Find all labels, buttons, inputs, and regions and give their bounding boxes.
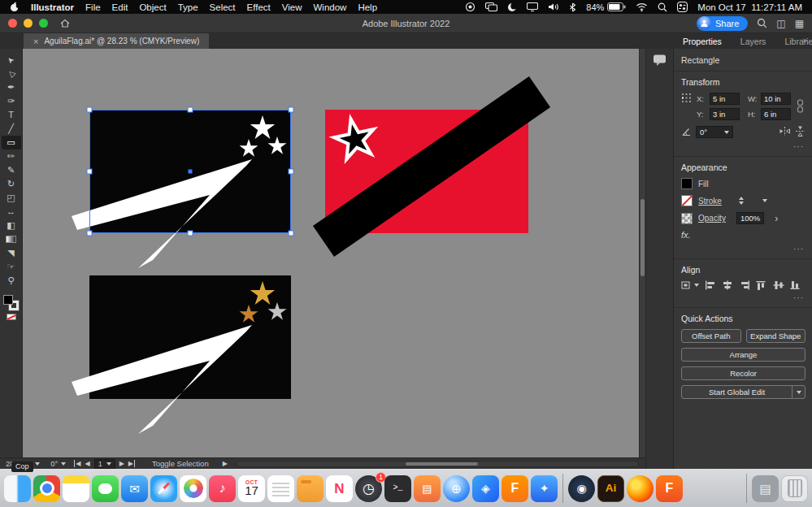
- flip-horizontal-icon[interactable]: [779, 126, 791, 138]
- pencil-tool[interactable]: ✎: [2, 163, 21, 177]
- arrange-documents-icon[interactable]: ◫: [776, 19, 785, 28]
- screen-record-icon[interactable]: [465, 2, 475, 12]
- fill-indicator[interactable]: [3, 295, 13, 305]
- none-swatch-icon[interactable]: [7, 314, 16, 320]
- battery-indicator[interactable]: 84%: [586, 2, 626, 12]
- fill-label[interactable]: Fill: [698, 180, 709, 188]
- dock-app-f[interactable]: F: [502, 475, 528, 502]
- menu-select[interactable]: Select: [210, 2, 236, 12]
- constrain-proportions-icon[interactable]: [796, 99, 805, 115]
- menu-type[interactable]: Type: [178, 2, 198, 12]
- h-input[interactable]: [761, 108, 791, 120]
- align-top-icon[interactable]: [756, 280, 767, 290]
- last-artboard-icon[interactable]: ▶: [128, 460, 135, 467]
- status-play-icon[interactable]: ▶: [223, 460, 228, 467]
- transform-more-options[interactable]: ···: [681, 143, 804, 151]
- align-middle-vertical-icon[interactable]: [773, 280, 784, 290]
- panel-collapse-icon[interactable]: »: [802, 35, 807, 45]
- start-global-edit-dropdown-icon[interactable]: [792, 386, 805, 398]
- stroke-weight-stepper[interactable]: [739, 197, 744, 205]
- align-center-horizontal-icon[interactable]: [722, 280, 733, 290]
- line-segment-tool[interactable]: ╱: [2, 122, 21, 136]
- gradient-tool[interactable]: [2, 232, 21, 246]
- menu-window[interactable]: Window: [313, 2, 346, 12]
- avatar[interactable]: [697, 16, 711, 30]
- dock-notes[interactable]: [63, 475, 89, 502]
- opacity-label[interactable]: Opacity: [698, 214, 726, 223]
- rotate-tool[interactable]: ↻: [2, 177, 21, 191]
- vertical-scrollbar[interactable]: [639, 49, 645, 457]
- dock-app-blue[interactable]: ✦: [531, 475, 558, 502]
- rotation-select-status[interactable]: 0°: [48, 459, 68, 468]
- appearance-more-options[interactable]: ···: [681, 245, 804, 254]
- document-tab[interactable]: × AguilaFlag.ai* @ 28.23 % (CMYK/Preview…: [24, 33, 209, 49]
- opacity-options-icon[interactable]: ›: [775, 213, 778, 224]
- align-left-icon[interactable]: [705, 280, 716, 290]
- fill-stroke-indicator[interactable]: [3, 295, 19, 310]
- dock-mail[interactable]: ✉: [121, 475, 148, 502]
- horizontal-scrollbar-thumb[interactable]: [406, 462, 478, 466]
- opacity-value[interactable]: 100%: [736, 212, 764, 224]
- dock-finder[interactable]: [4, 475, 31, 502]
- shape-builder-tool[interactable]: ◧: [2, 219, 21, 232]
- spotlight-search-icon[interactable]: [658, 2, 667, 12]
- w-input[interactable]: [761, 93, 791, 105]
- comments-panel-icon[interactable]: [653, 54, 667, 469]
- curvature-tool[interactable]: ✑: [2, 94, 21, 108]
- dock-terminal[interactable]: >_: [384, 475, 411, 502]
- dock-firefox[interactable]: [627, 475, 654, 502]
- dock-globe[interactable]: ⊕: [443, 475, 470, 502]
- dock-news[interactable]: N: [326, 475, 353, 502]
- dock-chrome[interactable]: [33, 475, 60, 502]
- fill-swatch[interactable]: [681, 178, 693, 189]
- artboard-navigation-select[interactable]: 1: [94, 459, 115, 469]
- paintbrush-tool[interactable]: ✏: [2, 150, 21, 163]
- scale-tool[interactable]: ◰: [2, 191, 21, 205]
- canvas[interactable]: [23, 49, 639, 457]
- app-search-icon[interactable]: [757, 18, 767, 28]
- arrange-button[interactable]: Arrange: [681, 348, 805, 362]
- recolor-button[interactable]: Recolor: [681, 366, 805, 380]
- display-mirror-icon[interactable]: [485, 2, 497, 11]
- window-close-button[interactable]: [8, 19, 17, 28]
- bluetooth-icon[interactable]: [569, 2, 576, 12]
- menubar-app-name[interactable]: Illustrator: [31, 2, 74, 12]
- share-button[interactable]: Share: [697, 16, 748, 31]
- dock-reminders[interactable]: [267, 475, 294, 502]
- expand-shape-button[interactable]: Expand Shape: [746, 329, 806, 343]
- dock-clock[interactable]: ◷ 1: [355, 475, 382, 502]
- y-input[interactable]: [710, 108, 740, 120]
- wifi-icon[interactable]: [636, 2, 648, 11]
- tab-libraries[interactable]: Libraries: [781, 35, 812, 48]
- start-global-edit-button[interactable]: Start Global Edit: [681, 385, 805, 399]
- dock-safari[interactable]: [150, 475, 177, 502]
- dock-trash[interactable]: [781, 475, 808, 502]
- vertical-scrollbar-thumb[interactable]: [640, 199, 645, 276]
- tab-layers[interactable]: Layers: [737, 35, 770, 48]
- menubar-clock[interactable]: Mon Oct 17 11:27:11 AM: [697, 2, 802, 12]
- menu-file[interactable]: File: [85, 2, 101, 12]
- reference-point-icon[interactable]: [681, 93, 692, 105]
- pen-tool[interactable]: ✒: [2, 80, 21, 94]
- previous-artboard-icon[interactable]: ◀: [85, 460, 89, 467]
- dock-stacks[interactable]: ▤: [752, 475, 779, 502]
- dock-books[interactable]: ▤: [414, 475, 441, 502]
- align-right-icon[interactable]: [739, 280, 750, 290]
- dock-photos[interactable]: [180, 475, 206, 502]
- window-minimize-button[interactable]: [24, 19, 33, 28]
- tab-close-icon[interactable]: ×: [33, 37, 38, 46]
- window-zoom-button[interactable]: [39, 19, 48, 28]
- dock-illustrator[interactable]: Ai: [597, 475, 624, 502]
- hand-tool[interactable]: ☞: [2, 260, 21, 274]
- width-tool[interactable]: ↔: [2, 205, 21, 219]
- focus-moon-icon[interactable]: [507, 2, 517, 12]
- dock-steam[interactable]: ◉: [568, 475, 595, 502]
- menu-help[interactable]: Help: [358, 2, 377, 12]
- direct-selection-tool[interactable]: ▷: [2, 67, 21, 80]
- dock-folder[interactable]: [297, 475, 323, 502]
- first-artboard-icon[interactable]: ◀: [74, 460, 80, 467]
- stroke-weight-dropdown-icon[interactable]: [762, 199, 767, 202]
- home-icon[interactable]: [59, 18, 71, 28]
- align-more-options[interactable]: ···: [681, 294, 804, 302]
- eyedropper-tool[interactable]: ◥: [2, 246, 21, 260]
